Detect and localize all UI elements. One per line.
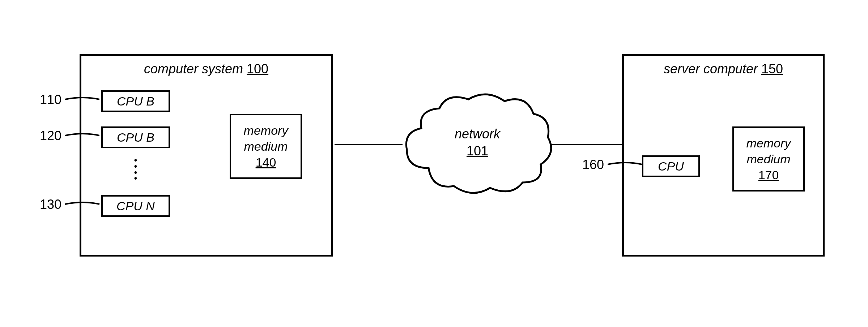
computer-system-title: computer system 100: [81, 61, 331, 77]
leader-110: [65, 94, 101, 105]
memory-num-1: 140: [256, 154, 276, 170]
leader-160: [608, 159, 644, 170]
connector-right: [550, 144, 622, 145]
cpu-label-n: CPU N: [116, 199, 155, 213]
ref-110: 110: [40, 92, 61, 107]
memory-box-1: memory medium 140: [230, 114, 302, 179]
server-cpu-box: CPU: [642, 155, 700, 177]
memory-box-2: memory medium 170: [732, 126, 805, 192]
cpu-label-1: CPU B: [117, 94, 154, 108]
computer-system-box: computer system 100 CPU B CPU B •••• CPU…: [80, 54, 333, 257]
memory-line1-1: memory: [244, 122, 288, 138]
cpu-label-2: CPU B: [117, 130, 154, 145]
network-label: network: [455, 126, 500, 141]
cpu-box-1: CPU B: [101, 90, 170, 112]
server-computer-box: server computer 150 CPU memory medium 17…: [622, 54, 825, 257]
dots-icon: ••••: [132, 157, 139, 181]
leader-120: [65, 130, 101, 141]
connector-left: [335, 144, 403, 145]
computer-system-title-num: 100: [247, 61, 268, 76]
ref-130: 130: [40, 197, 61, 212]
computer-system-title-text: computer system: [144, 61, 243, 76]
server-cpu-label: CPU: [658, 159, 684, 173]
memory-line2-1: medium: [244, 138, 288, 154]
cpu-box-n: CPU N: [101, 195, 170, 217]
ref-120: 120: [40, 128, 61, 143]
leader-130: [65, 199, 101, 210]
server-computer-title-num: 150: [761, 61, 783, 76]
server-computer-title-text: server computer: [664, 61, 758, 76]
ref-160: 160: [582, 157, 604, 172]
memory-line2-2: medium: [747, 151, 791, 167]
memory-line1-2: memory: [746, 135, 791, 151]
network-num: 101: [441, 143, 514, 159]
memory-num-2: 170: [758, 167, 779, 183]
network-label-block: network 101: [441, 126, 514, 159]
diagram-container: computer system 100 CPU B CPU B •••• CPU…: [51, 54, 817, 271]
cpu-box-2: CPU B: [101, 126, 170, 148]
server-computer-title: server computer 150: [624, 61, 823, 77]
